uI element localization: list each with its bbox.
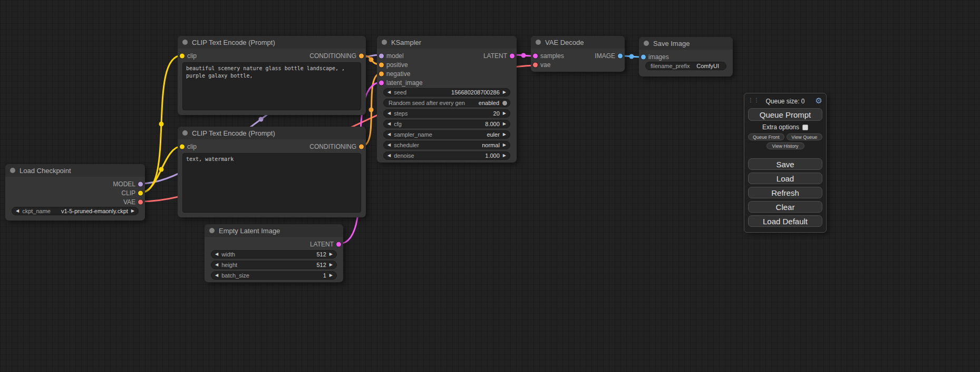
widget-scheduler[interactable]: ◀ scheduler normal ▶ — [383, 141, 510, 149]
seed-decrement-arrow[interactable]: ◀ — [387, 90, 391, 94]
node-load-checkpoint[interactable]: Load Checkpoint MODEL CLIP VAE ◀ ckpt_na… — [5, 164, 145, 221]
collapse-dot[interactable] — [10, 168, 15, 173]
widget-height[interactable]: ◀ height 512 ▶ — [211, 261, 337, 269]
widget-name: denoise — [394, 152, 414, 159]
link-dot-clip-positive — [159, 122, 164, 127]
seed-increment-arrow[interactable]: ▶ — [503, 90, 506, 94]
node-empty-latent-image[interactable]: Empty Latent Image LATENT ◀ width 512 ▶ … — [205, 224, 343, 282]
sampler-prev-arrow[interactable]: ◀ — [387, 132, 391, 137]
widget-seed[interactable]: ◀ seed 156680208700286 ▶ — [383, 88, 510, 97]
model-input-pin[interactable] — [379, 53, 384, 58]
positive-input-pin[interactable] — [379, 62, 384, 67]
node-vae-decode[interactable]: VAE Decode samples IMAGE vae — [531, 36, 625, 72]
node-title-bar[interactable]: CLIP Text Encode (Prompt) — [178, 36, 366, 49]
slot-row: model LATENT — [377, 51, 517, 60]
steps-increment-arrow[interactable]: ▶ — [503, 111, 506, 116]
vae-input-pin[interactable] — [533, 62, 538, 67]
node-ksampler[interactable]: KSampler model LATENT positive negative … — [377, 36, 517, 163]
slot-label-samples: samples — [540, 52, 564, 60]
node-title-bar[interactable]: CLIP Text Encode (Prompt) — [178, 127, 366, 139]
node-title-bar[interactable]: Load Checkpoint — [5, 164, 145, 177]
slot-label-latent-image: latent_image — [386, 79, 423, 87]
clip-output-pin[interactable] — [138, 190, 143, 195]
load-default-button[interactable]: Load Default — [748, 215, 822, 227]
latent-output-pin[interactable] — [336, 242, 341, 246]
extra-options-checkbox[interactable] — [802, 125, 808, 130]
cfg-increment-arrow[interactable]: ▶ — [503, 122, 506, 126]
negative-prompt-textarea[interactable]: text, watermark — [182, 153, 361, 213]
latent-image-input-pin[interactable] — [379, 80, 384, 85]
image-output-pin[interactable] — [618, 53, 623, 58]
collapse-dot[interactable] — [644, 41, 649, 46]
clear-button[interactable]: Clear — [748, 201, 822, 213]
batch-size-increment-arrow[interactable]: ▶ — [329, 273, 333, 278]
batch-size-decrement-arrow[interactable]: ◀ — [215, 273, 218, 278]
widget-denoise[interactable]: ◀ denoise 1.000 ▶ — [383, 151, 510, 160]
ckpt-prev-arrow[interactable]: ◀ — [16, 209, 19, 213]
node-clip-text-encode-positive[interactable]: CLIP Text Encode (Prompt) clip CONDITION… — [178, 36, 366, 115]
widget-name: scheduler — [394, 142, 419, 148]
widget-filename-prefix[interactable]: filename_prefix ComfyUI — [645, 62, 726, 70]
widget-width[interactable]: ◀ width 512 ▶ — [211, 250, 337, 259]
collapse-dot[interactable] — [382, 40, 387, 45]
images-input-pin[interactable] — [641, 54, 646, 59]
widget-ckpt-name[interactable]: ◀ ckpt_name v1-5-pruned-emaonly.ckpt ▶ — [12, 207, 139, 215]
vae-output-pin[interactable] — [138, 199, 143, 204]
widget-value: enabled — [479, 100, 499, 106]
scheduler-prev-arrow[interactable]: ◀ — [387, 143, 391, 147]
node-title: CLIP Text Encode (Prompt) — [192, 39, 275, 46]
node-clip-text-encode-negative[interactable]: CLIP Text Encode (Prompt) clip CONDITION… — [178, 127, 366, 217]
widget-batch-size[interactable]: ◀ batch_size 1 ▶ — [211, 271, 337, 280]
graph-canvas[interactable]: Load Checkpoint MODEL CLIP VAE ◀ ckpt_na… — [0, 0, 980, 372]
negative-input-pin[interactable] — [379, 71, 384, 76]
node-title-bar[interactable]: Empty Latent Image — [205, 224, 343, 237]
node-title-bar[interactable]: Save Image — [639, 37, 733, 50]
cfg-decrement-arrow[interactable]: ◀ — [387, 122, 391, 126]
queue-prompt-button[interactable]: Queue Prompt — [748, 108, 822, 121]
widget-name: sampler_name — [394, 131, 432, 138]
slot-label-conditioning: CONDITIONING — [309, 52, 356, 60]
height-decrement-arrow[interactable]: ◀ — [215, 263, 218, 267]
ckpt-next-arrow[interactable]: ▶ — [131, 209, 134, 213]
widget-name: filename_prefix — [651, 63, 690, 69]
link-dot-model — [259, 117, 264, 122]
collapse-dot[interactable] — [209, 228, 215, 233]
width-increment-arrow[interactable]: ▶ — [329, 252, 333, 256]
positive-prompt-textarea[interactable]: beautiful scenery nature glass bottle la… — [182, 62, 361, 110]
refresh-button[interactable]: Refresh — [748, 187, 822, 198]
clip-input-pin[interactable] — [180, 53, 185, 58]
scheduler-next-arrow[interactable]: ▶ — [503, 143, 506, 147]
save-button[interactable]: Save — [748, 158, 822, 170]
conditioning-output-pin[interactable] — [359, 144, 364, 149]
conditioning-output-pin[interactable] — [359, 53, 364, 58]
widget-steps[interactable]: ◀ steps 20 ▶ — [383, 109, 510, 118]
widget-value: 512 — [316, 262, 326, 268]
node-title-bar[interactable]: VAE Decode — [531, 36, 625, 49]
collapse-dot[interactable] — [182, 40, 188, 45]
height-increment-arrow[interactable]: ▶ — [329, 263, 333, 267]
latent-output-pin[interactable] — [510, 53, 515, 58]
clip-input-pin[interactable] — [180, 144, 185, 149]
width-decrement-arrow[interactable]: ◀ — [215, 252, 218, 256]
denoise-decrement-arrow[interactable]: ◀ — [387, 154, 391, 158]
drag-handle-icon[interactable]: ⋮⋮ — [748, 97, 760, 103]
load-button[interactable]: Load — [748, 173, 822, 184]
random-seed-toggle-dot[interactable] — [502, 101, 507, 106]
view-history-button[interactable]: View History — [766, 142, 804, 149]
model-output-pin[interactable] — [138, 182, 143, 186]
sampler-next-arrow[interactable]: ▶ — [503, 132, 506, 137]
queue-front-button[interactable]: Queue Front — [748, 133, 784, 140]
widget-random-seed-toggle[interactable]: Random seed after every gen enabled — [383, 99, 510, 107]
collapse-dot[interactable] — [182, 130, 188, 136]
widget-cfg[interactable]: ◀ cfg 8.000 ▶ — [383, 120, 510, 128]
node-save-image[interactable]: Save Image images filename_prefix ComfyU… — [639, 37, 733, 77]
widget-name: ckpt_name — [22, 208, 51, 214]
steps-decrement-arrow[interactable]: ◀ — [387, 111, 391, 116]
collapse-dot[interactable] — [536, 40, 541, 45]
samples-input-pin[interactable] — [533, 53, 538, 58]
settings-gear-icon[interactable]: ⚙ — [816, 97, 822, 105]
view-queue-button[interactable]: View Queue — [787, 133, 823, 140]
node-title-bar[interactable]: KSampler — [377, 36, 517, 49]
denoise-increment-arrow[interactable]: ▶ — [503, 154, 506, 158]
widget-sampler-name[interactable]: ◀ sampler_name euler ▶ — [383, 130, 510, 139]
